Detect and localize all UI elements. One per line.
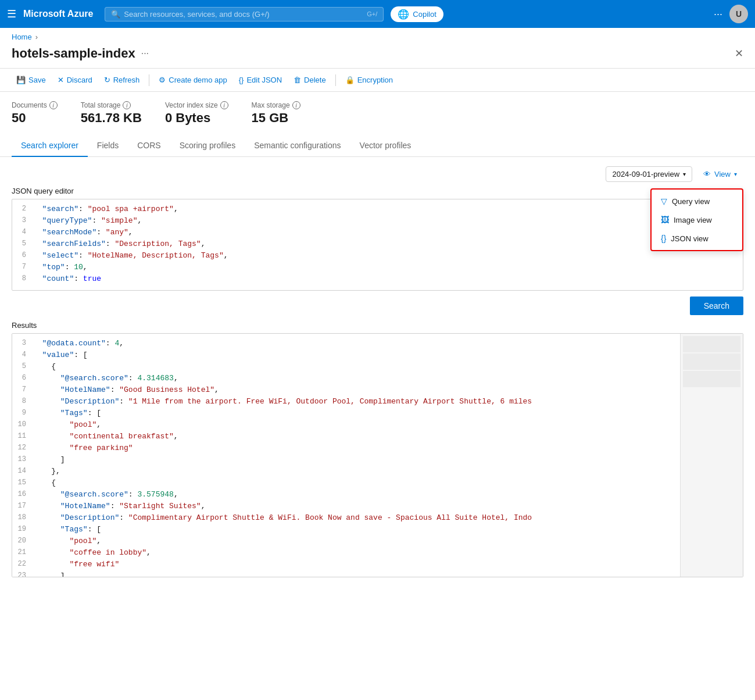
result-line: 12 "free parking" xyxy=(12,443,680,455)
global-search[interactable]: 🔍 G+/ xyxy=(105,7,384,22)
tabs: Search explorerFieldsCORSScoring profile… xyxy=(0,135,755,157)
tab-scoring-profiles[interactable]: Scoring profiles xyxy=(170,135,245,157)
brand-name: Microsoft Azure xyxy=(23,9,93,19)
json-view-item[interactable]: {} JSON view xyxy=(652,229,742,248)
copilot-icon: 🌐 xyxy=(398,9,409,20)
info-icon[interactable]: i xyxy=(220,101,228,109)
stat-item-vector-index-size: Vector index size i 0 Bytes xyxy=(165,101,228,126)
editor-label: JSON query editor xyxy=(12,187,743,195)
tab-semantic-configurations[interactable]: Semantic configurations xyxy=(245,135,350,157)
result-line: 9 "Tags": [ xyxy=(12,408,680,420)
copilot-button[interactable]: 🌐 Copilot xyxy=(391,6,443,22)
stats-row: Documents i 50 Total storage i 561.78 KB… xyxy=(0,92,755,135)
mini-preview-panel xyxy=(683,336,740,387)
result-line: 6 "@search.score": 4.314683, xyxy=(12,373,680,385)
create-demo-app-button[interactable]: ⚙ Create demo app xyxy=(154,73,231,87)
result-line: 3 "@odata.count": 4, xyxy=(12,338,680,350)
nav-right: ··· U xyxy=(714,5,748,23)
encryption-icon: 🔒 xyxy=(345,76,355,84)
close-button[interactable]: ✕ xyxy=(735,47,743,60)
delete-icon: 🗑 xyxy=(294,76,301,84)
encryption-button[interactable]: 🔒 Encryption xyxy=(341,73,398,87)
results-editor[interactable]: 3 "@odata.count": 4, 4 "value": [ 5 { 6 … xyxy=(12,333,743,577)
view-button[interactable]: 👁 View ▾ xyxy=(697,166,743,182)
result-line: 21 "coffee in lobby", xyxy=(12,548,680,559)
result-line: 10 "pool", xyxy=(12,420,680,431)
tab-fields[interactable]: Fields xyxy=(88,135,128,157)
refresh-icon: ↻ xyxy=(104,76,110,84)
image-view-item[interactable]: 🖼 Image view xyxy=(652,210,742,229)
code-line: 7 "top": 10, xyxy=(12,262,743,274)
stat-item-total-storage: Total storage i 561.78 KB xyxy=(81,101,142,126)
breadcrumb-home[interactable]: Home xyxy=(12,33,32,41)
tab-cors[interactable]: CORS xyxy=(128,135,170,157)
global-search-input[interactable] xyxy=(124,10,363,19)
create-demo-app-icon: ⚙ xyxy=(159,76,166,84)
code-line: 3 "queryType": "simple", xyxy=(12,216,743,227)
edit-json-icon: {} xyxy=(239,76,244,84)
main-content: 2024-09-01-preview ▾ 👁 View ▾ ▽ Query vi… xyxy=(0,157,755,587)
breadcrumb: Home › xyxy=(0,28,755,46)
result-line: 18 "Description": "Complimentary Airport… xyxy=(12,513,680,524)
save-button[interactable]: 💾 Save xyxy=(12,73,51,87)
info-icon[interactable]: i xyxy=(123,101,131,109)
edit-json-button[interactable]: {} Edit JSON xyxy=(234,73,287,87)
result-line: 11 "continental breakfast", xyxy=(12,431,680,443)
more-options-icon[interactable]: ··· xyxy=(714,8,722,20)
code-line: 8 "count": true xyxy=(12,274,743,285)
result-line: 20 "pool", xyxy=(12,536,680,548)
result-line: 17 "HotelName": "Starlight Suites", xyxy=(12,501,680,513)
hamburger-icon[interactable]: ☰ xyxy=(7,8,16,20)
code-line: 2 "search": "pool spa +airport", xyxy=(12,204,743,216)
tab-vector-profiles[interactable]: Vector profiles xyxy=(350,135,421,157)
page-header: hotels-sample-index ··· ✕ xyxy=(0,46,755,68)
result-line: 19 "Tags": [ xyxy=(12,524,680,536)
tab-search-explorer[interactable]: Search explorer xyxy=(12,135,88,157)
json-editor[interactable]: 2 "search": "pool spa +airport", 3 "quer… xyxy=(12,199,743,291)
controls-row: 2024-09-01-preview ▾ 👁 View ▾ ▽ Query vi… xyxy=(12,166,743,182)
result-line: 4 "value": [ xyxy=(12,350,680,362)
view-chevron-icon: ▾ xyxy=(734,171,737,177)
search-btn-row: Search xyxy=(12,297,743,315)
result-line: 5 { xyxy=(12,362,680,373)
page-options-icon[interactable]: ··· xyxy=(141,48,149,59)
toolbar-separator xyxy=(149,74,149,86)
search-icon: 🔍 xyxy=(111,10,120,19)
code-line: 6 "select": "HotelName, Description, Tag… xyxy=(12,251,743,262)
info-icon[interactable]: i xyxy=(49,101,58,109)
result-line: 7 "HotelName": "Good Business Hotel", xyxy=(12,385,680,397)
code-line: 4 "searchMode": "any", xyxy=(12,227,743,239)
user-avatar[interactable]: U xyxy=(729,5,748,23)
top-navigation: ☰ Microsoft Azure 🔍 G+/ 🌐 Copilot ··· U xyxy=(0,0,755,28)
save-icon: 💾 xyxy=(16,76,26,84)
chevron-down-icon: ▾ xyxy=(683,171,686,177)
stat-item-max-storage: Max storage i 15 GB xyxy=(252,101,300,126)
eye-icon: 👁 xyxy=(703,170,711,178)
results-label: Results xyxy=(12,321,743,330)
toolbar: 💾 Save ✕ Discard ↻ Refresh ⚙ Create demo… xyxy=(0,68,755,92)
image-view-icon: 🖼 xyxy=(661,215,669,224)
result-line: 23 ] xyxy=(12,571,680,577)
page-title: hotels-sample-index xyxy=(12,46,135,61)
search-button[interactable]: Search xyxy=(690,297,743,315)
result-line: 15 { xyxy=(12,478,680,490)
delete-button[interactable]: 🗑 Delete xyxy=(289,73,331,87)
result-line: 13 ] xyxy=(12,455,680,466)
breadcrumb-sep: › xyxy=(35,33,38,41)
result-line: 16 "@search.score": 3.575948, xyxy=(12,490,680,501)
result-line: 22 "free wifi" xyxy=(12,559,680,571)
api-version-dropdown[interactable]: 2024-09-01-preview ▾ xyxy=(606,166,692,182)
query-view-item[interactable]: ▽ Query view xyxy=(652,192,742,210)
search-shortcut: G+/ xyxy=(367,10,377,17)
result-line: 14 }, xyxy=(12,466,680,478)
refresh-button[interactable]: ↻ Refresh xyxy=(99,73,145,87)
json-view-icon: {} xyxy=(661,234,666,243)
info-icon[interactable]: i xyxy=(292,101,300,109)
result-line: 8 "Description": "1 Mile from the airpor… xyxy=(12,397,680,408)
stat-item-documents: Documents i 50 xyxy=(12,101,58,126)
query-view-icon: ▽ xyxy=(661,197,667,206)
code-line: 5 "searchFields": "Description, Tags", xyxy=(12,239,743,251)
view-dropdown: ▽ Query view 🖼 Image view {} JSON view xyxy=(650,188,743,251)
discard-button[interactable]: ✕ Discard xyxy=(53,73,97,87)
discard-icon: ✕ xyxy=(58,76,64,84)
